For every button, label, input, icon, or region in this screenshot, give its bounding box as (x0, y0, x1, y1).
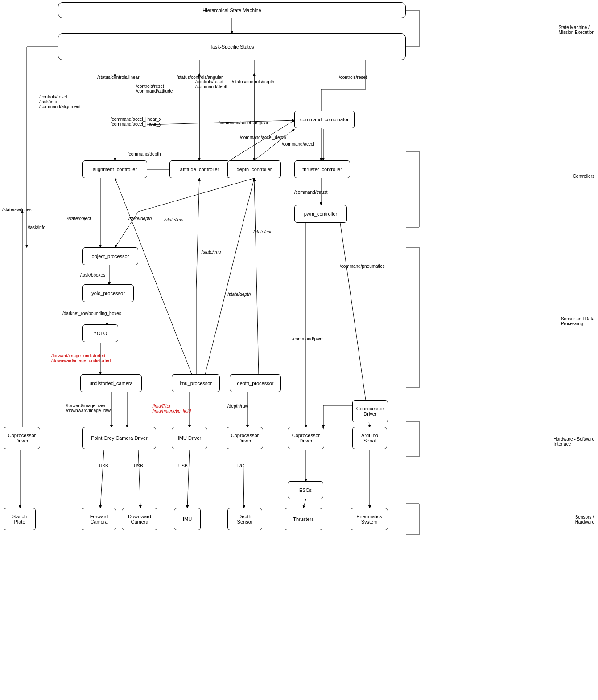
arduino-serial-node: Arduino Serial (352, 427, 387, 449)
depth-controller-node: depth_controller (227, 160, 281, 178)
label-state-imu-2: /state/imu (202, 250, 221, 254)
label-task-bboxes: /task/bboxes (80, 273, 105, 278)
forward-camera-label: Forward Camera (90, 514, 108, 524)
coprocessor-driver-far-label: Coprocessor Driver (356, 406, 384, 417)
svg-line-37 (115, 178, 192, 374)
label-undistorted-images: /forward/image_undistorted/downward/imag… (51, 353, 111, 363)
svg-line-32 (138, 178, 254, 212)
bracket-sensor-processing: Sensor and DataProcessing (561, 316, 594, 326)
hsm-label: Hierarchical State Machine (202, 8, 261, 13)
alignment-controller-label: alignment_controller (93, 167, 137, 172)
task-specific-states-node: Task-Specific States (58, 33, 406, 60)
depth-sensor-node: Depth Sensor (227, 508, 262, 530)
label-controls-reset-depth: /controls/reset/command/depth (195, 79, 229, 89)
label-state-switches: /state/switches (2, 207, 32, 212)
depth-processor-node: depth_processor (230, 374, 281, 392)
command-combinator-node: command_combinator (294, 111, 355, 128)
label-command-depth: /command/depth (128, 151, 161, 156)
object-processor-node: object_processor (82, 247, 138, 265)
label-status-controls-depth: /status/controls/depth (232, 79, 274, 84)
alignment-controller-node: alignment_controller (82, 160, 147, 178)
label-command-accel: /command/accel (282, 142, 314, 147)
label-usb-2: USB (134, 463, 143, 468)
label-command-thrust: /command/thrust (294, 190, 327, 195)
thruster-controller-label: thruster_controller (302, 167, 342, 172)
svg-line-38 (254, 178, 259, 374)
label-accel-linear: /command/accel_linear_x/command/accel_li… (111, 117, 161, 127)
tss-label: Task-Specific States (210, 44, 254, 49)
label-controls-reset-task: /controls/reset/task/info/command/alignm… (39, 94, 81, 109)
arrows-svg (0, 0, 598, 700)
yolo-node: YOLO (82, 324, 118, 342)
attitude-controller-label: attitude_controller (180, 167, 219, 172)
label-darknet-bboxes: /darknet_ros/bounding_boxes (62, 311, 121, 316)
imu-driver-label: IMU Driver (178, 435, 202, 441)
label-i2c: I2C (237, 463, 244, 468)
label-controls-reset-far: /controls/reset (339, 75, 367, 80)
forward-camera-node: Forward Camera (82, 508, 116, 530)
coprocessor-driver-far-node: Coprocessor Driver (352, 400, 388, 422)
imu-processor-label: imu_processor (180, 381, 212, 386)
svg-line-47 (339, 214, 370, 428)
bracket-sensors-hardware: Sensors /Hardware (575, 515, 594, 524)
svg-line-26 (230, 120, 294, 160)
label-usb-3: USB (178, 463, 188, 468)
thrusters-label: Thrusters (293, 516, 313, 522)
coprocessor-driver-right-node: Coprocessor Driver (288, 427, 324, 449)
depth-sensor-label: Depth Sensor (237, 514, 253, 524)
point-grey-camera-driver-node: Point Grey Camera Driver (82, 427, 156, 449)
attitude-controller-node: attitude_controller (169, 160, 230, 178)
undistorted-camera-label: undistorted_camera (89, 381, 132, 386)
arduino-serial-label: Arduino Serial (361, 433, 378, 443)
label-depth-raw: /depth/raw (227, 404, 248, 409)
label-state-imu-3: /state/imu (253, 229, 272, 234)
svg-line-55 (243, 450, 244, 508)
point-grey-camera-driver-label: Point Grey Camera Driver (91, 435, 148, 441)
coprocessor-driver-mid-node: Coprocessor Driver (227, 427, 263, 449)
pneumatics-system-node: Pneumatics System (351, 508, 388, 530)
downward-camera-label: Downward Camera (128, 514, 151, 524)
svg-line-52 (100, 450, 104, 508)
svg-line-36 (205, 178, 254, 374)
label-command-pneumatics: /command/pneumatics (340, 264, 385, 269)
depth-processor-label: depth_processor (237, 381, 274, 386)
depth-controller-label: depth_controller (237, 167, 272, 172)
bracket-state-machine: State Machine /Mission Execution (558, 25, 594, 35)
svg-line-53 (138, 450, 140, 508)
label-state-imu-1: /state/imu (164, 217, 183, 222)
label-task-info: /task/info (28, 225, 45, 230)
coprocessor-driver-top-label: Coprocessor Driver (8, 433, 36, 443)
label-usb-1: USB (99, 463, 108, 468)
object-processor-label: object_processor (92, 254, 129, 259)
bracket-controllers: Controllers (573, 174, 594, 179)
label-image-raw: /forward/image_raw/downward/image_raw (66, 403, 111, 413)
pwm-controller-node: pwm_controller (294, 205, 347, 223)
switch-plate-label: Switch Plate (12, 514, 27, 524)
hierarchical-state-machine-node: Hierarchical State Machine (58, 2, 406, 18)
diagram-container: Hierarchical State Machine Task-Specific… (0, 0, 598, 700)
label-controls-reset-attitude: /controls/reset/command/attitude (136, 84, 173, 94)
yolo-processor-label: yolo_processor (91, 291, 125, 296)
label-accel-angular: /command/accel_angular (219, 120, 268, 125)
pwm-controller-label: pwm_controller (304, 211, 338, 217)
label-accel-depth: /command/accel_depth (240, 135, 286, 140)
coprocessor-driver-right-label: Coprocessor Driver (292, 433, 320, 443)
coprocessor-driver-top-node: Coprocessor Driver (4, 427, 40, 449)
label-state-object: /state/object (67, 216, 91, 221)
command-combinator-label: command_combinator (300, 117, 349, 122)
yolo-label: YOLO (94, 331, 107, 336)
label-command-pwm: /command/pwm (292, 336, 324, 341)
svg-line-57 (303, 499, 306, 508)
pneumatics-system-label: Pneumatics System (356, 514, 382, 524)
escs-node: ESCs (288, 481, 323, 499)
thruster-controller-node: thruster_controller (294, 160, 350, 178)
label-state-depth-left: /state/depth (128, 216, 152, 221)
imu-driver-node: IMU Driver (172, 427, 207, 449)
undistorted-camera-node: undistorted_camera (80, 374, 142, 392)
bracket-hw-sw-interface: Hardware - SoftwareInterface (553, 437, 594, 446)
label-imu-filter: /imu/filter/imu/magnetic_field (153, 404, 191, 413)
svg-line-35 (196, 178, 199, 290)
imu-processor-node: imu_processor (172, 374, 220, 392)
downward-camera-node: Downward Camera (122, 508, 157, 530)
label-status-controls-angular: /status/controls/angular (177, 75, 223, 80)
